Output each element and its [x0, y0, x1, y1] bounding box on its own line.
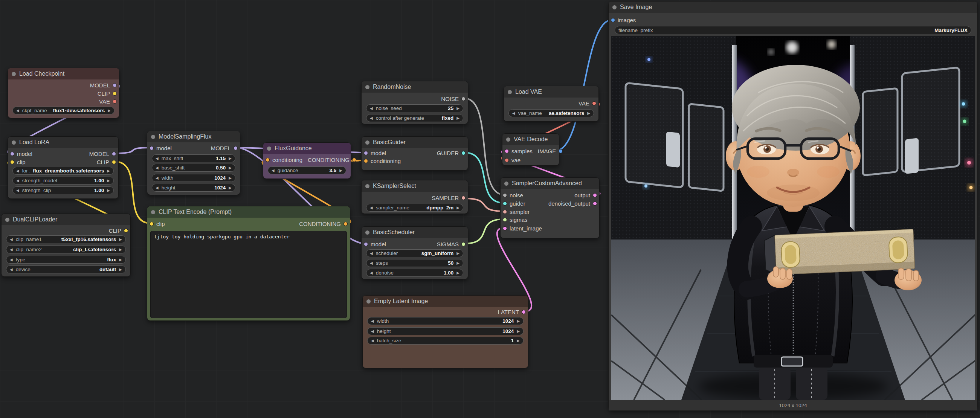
input-dot-sigmas[interactable] [503, 218, 507, 222]
output-dot-output[interactable] [593, 193, 597, 197]
output-dot-sampler[interactable] [461, 196, 466, 200]
input-dot-conditioning[interactable] [266, 158, 270, 162]
next-arrow-icon[interactable]: ▶ [119, 268, 122, 272]
next-arrow-icon[interactable]: ▶ [119, 248, 122, 251]
node-header[interactable]: FluxGuidance [263, 143, 351, 154]
collapse-dot-icon[interactable] [366, 299, 371, 304]
node-ksampler-select[interactable]: KSamplerSelect SAMPLER ◀sampler_namedpmp… [361, 180, 468, 214]
output-dot-clip[interactable] [112, 160, 116, 164]
collapse-dot-icon[interactable] [508, 90, 512, 94]
widget-device[interactable]: ◀devicedefault▶ [6, 265, 126, 273]
node-load-checkpoint[interactable]: Load Checkpoint MODEL CLIP VAE ◀ ckpt_na… [8, 68, 119, 118]
prev-arrow-icon[interactable]: ◀ [371, 329, 374, 333]
output-dot-vae[interactable] [592, 101, 596, 105]
collapse-dot-icon[interactable] [612, 5, 617, 10]
input-dot-model[interactable] [150, 146, 154, 150]
node-flux-guidance[interactable]: FluxGuidance conditioningCONDITIONING ◀g… [263, 142, 351, 179]
node-header[interactable]: Save Image [609, 2, 977, 13]
next-arrow-icon[interactable]: ▶ [229, 166, 232, 170]
node-load-lora[interactable]: Load LoRA modelMODEL clipCLIP ◀lor ...fl… [8, 136, 119, 199]
node-random-noise[interactable]: RandomNoise NOISE ◀noise_seed25▶ ◀contro… [361, 81, 468, 124]
node-header[interactable]: Load Checkpoint [8, 68, 119, 79]
next-arrow-icon[interactable]: ▶ [107, 189, 110, 192]
output-dot-sigmas[interactable] [461, 242, 466, 246]
widget-strength-model[interactable]: ◀strength_model1.00▶ [13, 176, 114, 184]
node-header[interactable]: Load LoRA [8, 137, 118, 148]
widget-scheduler[interactable]: ◀schedulersgm_uniform▶ [366, 249, 463, 257]
prev-arrow-icon[interactable]: ◀ [371, 339, 374, 343]
output-dot-conditioning[interactable] [344, 222, 348, 226]
collapse-dot-icon[interactable] [151, 135, 155, 139]
prev-arrow-icon[interactable]: ◀ [512, 111, 515, 115]
widget-base-shift[interactable]: ◀base_shift0.50▶ [152, 164, 235, 172]
collapse-dot-icon[interactable] [151, 210, 155, 214]
node-basic-guider[interactable]: BasicGuider modelGUIDER conditioning [361, 136, 468, 171]
input-dot-images[interactable] [611, 18, 615, 22]
widget-noise-seed[interactable]: ◀noise_seed25▶ [366, 104, 463, 112]
collapse-dot-icon[interactable] [365, 140, 369, 145]
node-clip-text-encode[interactable]: CLIP Text Encode (Prompt) clipCONDITIONI… [147, 206, 350, 321]
prev-arrow-icon[interactable]: ◀ [371, 319, 374, 323]
widget-clip-name1[interactable]: ◀clip_name1t5xxl_fp16.safetensors▶ [6, 235, 126, 243]
node-load-vae[interactable]: Load VAE VAE ◀vae_nameae.safetensors▶ [504, 86, 599, 122]
node-header[interactable]: DualCLIPLoader [2, 214, 130, 225]
next-arrow-icon[interactable]: ▶ [229, 186, 232, 190]
next-arrow-icon[interactable]: ▶ [517, 319, 520, 323]
widget-filename-prefix[interactable]: filename_prefix MarkuryFLUX [615, 26, 971, 34]
output-dot-guider[interactable] [461, 151, 466, 155]
input-dot-samples[interactable] [505, 149, 509, 153]
output-dot-latent[interactable] [522, 310, 526, 314]
prev-arrow-icon[interactable]: ◀ [10, 248, 13, 251]
widget-height[interactable]: ◀height1024▶ [367, 327, 523, 335]
next-arrow-icon[interactable]: ▶ [229, 157, 232, 161]
widget-control-after-generate[interactable]: ◀control after generatefixed▶ [366, 114, 463, 122]
input-dot-model[interactable] [10, 152, 14, 156]
prev-arrow-icon[interactable]: ◀ [370, 106, 373, 110]
next-arrow-icon[interactable]: ▶ [108, 109, 111, 113]
prev-arrow-icon[interactable]: ◀ [370, 271, 373, 275]
output-dot-image[interactable] [558, 149, 563, 153]
prev-arrow-icon[interactable]: ◀ [16, 169, 19, 173]
widget-batch-size[interactable]: ◀batch_size1▶ [367, 337, 523, 345]
collapse-dot-icon[interactable] [12, 72, 16, 76]
output-dot-model[interactable] [113, 83, 117, 87]
node-header[interactable]: SamplerCustomAdvanced [501, 178, 599, 189]
prev-arrow-icon[interactable]: ◀ [16, 179, 19, 183]
node-vae-decode[interactable]: VAE Decode samplesIMAGE vae [502, 133, 559, 166]
node-header[interactable]: CLIP Text Encode (Prompt) [147, 207, 350, 218]
input-dot-model[interactable] [364, 151, 368, 155]
node-basic-scheduler[interactable]: BasicScheduler modelSIGMAS ◀schedulersgm… [361, 226, 468, 280]
next-arrow-icon[interactable]: ▶ [517, 329, 520, 333]
widget-width[interactable]: ◀width1024▶ [152, 174, 235, 182]
output-dot-denoised-output[interactable] [593, 202, 597, 206]
prev-arrow-icon[interactable]: ◀ [156, 166, 159, 170]
input-dot-model[interactable] [364, 242, 368, 246]
prev-arrow-icon[interactable]: ◀ [10, 258, 13, 262]
node-graph-canvas[interactable]: Load Checkpoint MODEL CLIP VAE ◀ ckpt_na… [0, 0, 980, 418]
collapse-dot-icon[interactable] [504, 181, 509, 186]
collapse-dot-icon[interactable] [5, 218, 10, 222]
prev-arrow-icon[interactable]: ◀ [272, 169, 275, 172]
output-dot-model[interactable] [112, 152, 116, 156]
widget-clip-name2[interactable]: ◀clip_name2clip_l.safetensors▶ [6, 246, 126, 253]
input-dot-clip[interactable] [10, 160, 14, 164]
node-header[interactable]: KSamplerSelect [361, 180, 468, 192]
prev-arrow-icon[interactable]: ◀ [156, 176, 159, 180]
collapse-dot-icon[interactable] [267, 146, 271, 151]
widget-width[interactable]: ◀width1024▶ [367, 317, 523, 325]
next-arrow-icon[interactable]: ▶ [457, 106, 460, 110]
next-arrow-icon[interactable]: ▶ [339, 169, 342, 172]
output-dot-clip[interactable] [124, 229, 128, 233]
next-arrow-icon[interactable]: ▶ [107, 179, 110, 183]
output-dot-vae[interactable] [113, 99, 117, 103]
widget-type[interactable]: ◀typeflux▶ [6, 256, 126, 264]
node-header[interactable]: VAE Decode [503, 134, 559, 145]
next-arrow-icon[interactable]: ▶ [229, 176, 232, 180]
prev-arrow-icon[interactable]: ◀ [156, 186, 159, 190]
widget-strength-clip[interactable]: ◀strength_clip1.00▶ [13, 186, 114, 194]
prompt-textarea[interactable]: tjtoy toy holding sparkgpu gpu in a data… [150, 231, 347, 318]
collapse-dot-icon[interactable] [12, 140, 16, 145]
next-arrow-icon[interactable]: ▶ [457, 116, 460, 120]
next-arrow-icon[interactable]: ▶ [457, 271, 460, 275]
node-model-sampling-flux[interactable]: ModelSamplingFlux modelMODEL ◀max_shift1… [147, 131, 240, 195]
